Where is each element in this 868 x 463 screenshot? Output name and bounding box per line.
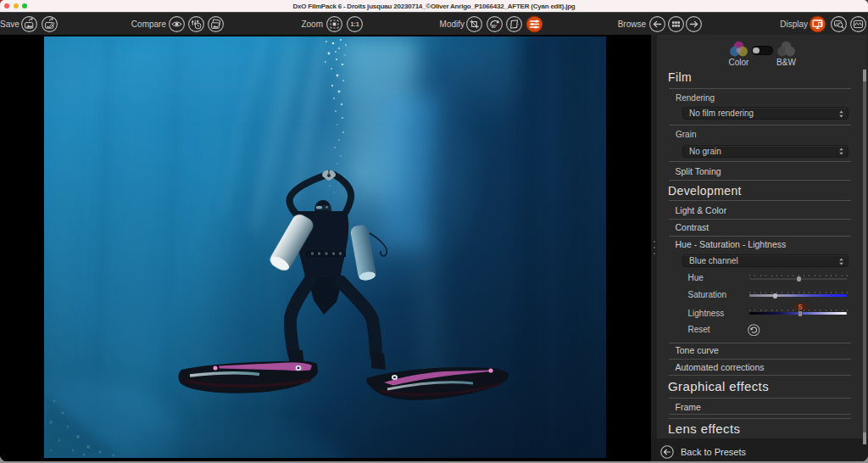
svg-text:1:1: 1:1: [350, 21, 359, 27]
svg-text:90°: 90°: [491, 25, 497, 29]
